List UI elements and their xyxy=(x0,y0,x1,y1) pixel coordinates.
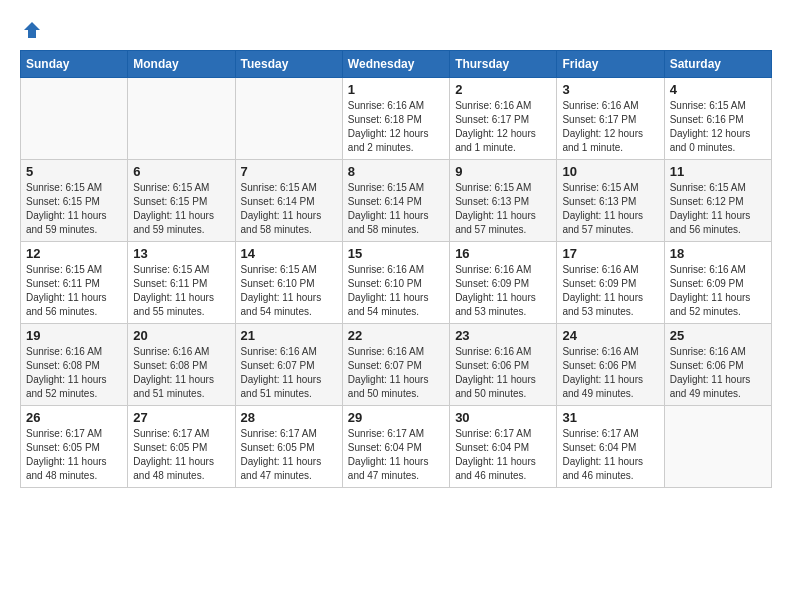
calendar-day-cell: 17Sunrise: 6:16 AM Sunset: 6:09 PM Dayli… xyxy=(557,242,664,324)
calendar-day-cell xyxy=(664,406,771,488)
day-info: Sunrise: 6:16 AM Sunset: 6:09 PM Dayligh… xyxy=(670,263,766,319)
day-info: Sunrise: 6:16 AM Sunset: 6:08 PM Dayligh… xyxy=(133,345,229,401)
day-number: 12 xyxy=(26,246,122,261)
calendar-day-cell: 31Sunrise: 6:17 AM Sunset: 6:04 PM Dayli… xyxy=(557,406,664,488)
calendar-day-cell: 21Sunrise: 6:16 AM Sunset: 6:07 PM Dayli… xyxy=(235,324,342,406)
day-info: Sunrise: 6:16 AM Sunset: 6:06 PM Dayligh… xyxy=(455,345,551,401)
day-info: Sunrise: 6:15 AM Sunset: 6:16 PM Dayligh… xyxy=(670,99,766,155)
calendar-day-cell: 12Sunrise: 6:15 AM Sunset: 6:11 PM Dayli… xyxy=(21,242,128,324)
calendar-day-cell: 7Sunrise: 6:15 AM Sunset: 6:14 PM Daylig… xyxy=(235,160,342,242)
svg-marker-0 xyxy=(24,22,40,38)
calendar-day-cell: 27Sunrise: 6:17 AM Sunset: 6:05 PM Dayli… xyxy=(128,406,235,488)
calendar-day-cell: 30Sunrise: 6:17 AM Sunset: 6:04 PM Dayli… xyxy=(450,406,557,488)
calendar-day-cell: 18Sunrise: 6:16 AM Sunset: 6:09 PM Dayli… xyxy=(664,242,771,324)
calendar-day-cell: 9Sunrise: 6:15 AM Sunset: 6:13 PM Daylig… xyxy=(450,160,557,242)
day-info: Sunrise: 6:15 AM Sunset: 6:14 PM Dayligh… xyxy=(241,181,337,237)
day-number: 3 xyxy=(562,82,658,97)
calendar-day-cell: 10Sunrise: 6:15 AM Sunset: 6:13 PM Dayli… xyxy=(557,160,664,242)
day-info: Sunrise: 6:16 AM Sunset: 6:18 PM Dayligh… xyxy=(348,99,444,155)
day-info: Sunrise: 6:16 AM Sunset: 6:07 PM Dayligh… xyxy=(241,345,337,401)
weekday-header: Friday xyxy=(557,51,664,78)
day-number: 23 xyxy=(455,328,551,343)
day-info: Sunrise: 6:15 AM Sunset: 6:11 PM Dayligh… xyxy=(133,263,229,319)
calendar-day-cell: 4Sunrise: 6:15 AM Sunset: 6:16 PM Daylig… xyxy=(664,78,771,160)
day-number: 4 xyxy=(670,82,766,97)
calendar-week-row: 19Sunrise: 6:16 AM Sunset: 6:08 PM Dayli… xyxy=(21,324,772,406)
calendar-day-cell: 22Sunrise: 6:16 AM Sunset: 6:07 PM Dayli… xyxy=(342,324,449,406)
day-info: Sunrise: 6:16 AM Sunset: 6:06 PM Dayligh… xyxy=(562,345,658,401)
calendar-week-row: 5Sunrise: 6:15 AM Sunset: 6:15 PM Daylig… xyxy=(21,160,772,242)
calendar-table: SundayMondayTuesdayWednesdayThursdayFrid… xyxy=(20,50,772,488)
calendar-day-cell: 24Sunrise: 6:16 AM Sunset: 6:06 PM Dayli… xyxy=(557,324,664,406)
day-number: 17 xyxy=(562,246,658,261)
weekday-header: Monday xyxy=(128,51,235,78)
day-number: 1 xyxy=(348,82,444,97)
day-number: 30 xyxy=(455,410,551,425)
calendar-day-cell: 25Sunrise: 6:16 AM Sunset: 6:06 PM Dayli… xyxy=(664,324,771,406)
day-number: 27 xyxy=(133,410,229,425)
day-number: 7 xyxy=(241,164,337,179)
day-number: 20 xyxy=(133,328,229,343)
day-info: Sunrise: 6:15 AM Sunset: 6:15 PM Dayligh… xyxy=(26,181,122,237)
day-info: Sunrise: 6:17 AM Sunset: 6:05 PM Dayligh… xyxy=(133,427,229,483)
day-number: 15 xyxy=(348,246,444,261)
day-info: Sunrise: 6:16 AM Sunset: 6:09 PM Dayligh… xyxy=(562,263,658,319)
day-number: 10 xyxy=(562,164,658,179)
logo xyxy=(20,20,42,40)
day-info: Sunrise: 6:15 AM Sunset: 6:13 PM Dayligh… xyxy=(455,181,551,237)
day-number: 28 xyxy=(241,410,337,425)
day-info: Sunrise: 6:16 AM Sunset: 6:06 PM Dayligh… xyxy=(670,345,766,401)
day-number: 13 xyxy=(133,246,229,261)
calendar-day-cell xyxy=(128,78,235,160)
day-number: 14 xyxy=(241,246,337,261)
day-number: 2 xyxy=(455,82,551,97)
day-number: 5 xyxy=(26,164,122,179)
day-info: Sunrise: 6:16 AM Sunset: 6:17 PM Dayligh… xyxy=(455,99,551,155)
day-info: Sunrise: 6:16 AM Sunset: 6:17 PM Dayligh… xyxy=(562,99,658,155)
day-number: 24 xyxy=(562,328,658,343)
day-number: 25 xyxy=(670,328,766,343)
day-number: 9 xyxy=(455,164,551,179)
day-info: Sunrise: 6:15 AM Sunset: 6:11 PM Dayligh… xyxy=(26,263,122,319)
day-number: 31 xyxy=(562,410,658,425)
calendar-day-cell: 2Sunrise: 6:16 AM Sunset: 6:17 PM Daylig… xyxy=(450,78,557,160)
day-number: 11 xyxy=(670,164,766,179)
calendar-day-cell: 20Sunrise: 6:16 AM Sunset: 6:08 PM Dayli… xyxy=(128,324,235,406)
calendar-week-row: 1Sunrise: 6:16 AM Sunset: 6:18 PM Daylig… xyxy=(21,78,772,160)
calendar-day-cell: 15Sunrise: 6:16 AM Sunset: 6:10 PM Dayli… xyxy=(342,242,449,324)
calendar-week-row: 26Sunrise: 6:17 AM Sunset: 6:05 PM Dayli… xyxy=(21,406,772,488)
day-info: Sunrise: 6:17 AM Sunset: 6:05 PM Dayligh… xyxy=(241,427,337,483)
day-number: 21 xyxy=(241,328,337,343)
calendar-day-cell: 26Sunrise: 6:17 AM Sunset: 6:05 PM Dayli… xyxy=(21,406,128,488)
day-info: Sunrise: 6:17 AM Sunset: 6:04 PM Dayligh… xyxy=(455,427,551,483)
calendar-day-cell: 6Sunrise: 6:15 AM Sunset: 6:15 PM Daylig… xyxy=(128,160,235,242)
page-header xyxy=(20,20,772,40)
logo-icon xyxy=(22,20,42,40)
day-number: 18 xyxy=(670,246,766,261)
day-info: Sunrise: 6:15 AM Sunset: 6:12 PM Dayligh… xyxy=(670,181,766,237)
day-number: 19 xyxy=(26,328,122,343)
weekday-header: Saturday xyxy=(664,51,771,78)
day-number: 8 xyxy=(348,164,444,179)
day-info: Sunrise: 6:15 AM Sunset: 6:14 PM Dayligh… xyxy=(348,181,444,237)
calendar-day-cell: 29Sunrise: 6:17 AM Sunset: 6:04 PM Dayli… xyxy=(342,406,449,488)
day-info: Sunrise: 6:16 AM Sunset: 6:09 PM Dayligh… xyxy=(455,263,551,319)
day-number: 22 xyxy=(348,328,444,343)
day-number: 16 xyxy=(455,246,551,261)
calendar-day-cell: 5Sunrise: 6:15 AM Sunset: 6:15 PM Daylig… xyxy=(21,160,128,242)
calendar-week-row: 12Sunrise: 6:15 AM Sunset: 6:11 PM Dayli… xyxy=(21,242,772,324)
day-number: 29 xyxy=(348,410,444,425)
day-info: Sunrise: 6:16 AM Sunset: 6:07 PM Dayligh… xyxy=(348,345,444,401)
calendar-header-row: SundayMondayTuesdayWednesdayThursdayFrid… xyxy=(21,51,772,78)
weekday-header: Thursday xyxy=(450,51,557,78)
calendar-day-cell: 14Sunrise: 6:15 AM Sunset: 6:10 PM Dayli… xyxy=(235,242,342,324)
day-info: Sunrise: 6:16 AM Sunset: 6:08 PM Dayligh… xyxy=(26,345,122,401)
calendar-day-cell: 16Sunrise: 6:16 AM Sunset: 6:09 PM Dayli… xyxy=(450,242,557,324)
day-info: Sunrise: 6:17 AM Sunset: 6:04 PM Dayligh… xyxy=(348,427,444,483)
calendar-day-cell: 11Sunrise: 6:15 AM Sunset: 6:12 PM Dayli… xyxy=(664,160,771,242)
day-info: Sunrise: 6:16 AM Sunset: 6:10 PM Dayligh… xyxy=(348,263,444,319)
day-info: Sunrise: 6:17 AM Sunset: 6:04 PM Dayligh… xyxy=(562,427,658,483)
calendar-day-cell: 8Sunrise: 6:15 AM Sunset: 6:14 PM Daylig… xyxy=(342,160,449,242)
day-info: Sunrise: 6:15 AM Sunset: 6:10 PM Dayligh… xyxy=(241,263,337,319)
weekday-header: Tuesday xyxy=(235,51,342,78)
